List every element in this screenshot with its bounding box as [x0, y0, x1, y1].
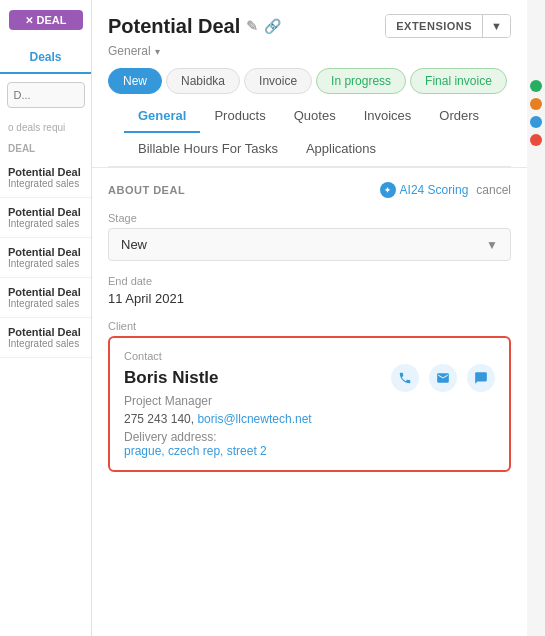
sidebar-tab-deals[interactable]: Deals	[0, 42, 91, 74]
contact-label: Contact	[124, 350, 495, 362]
tab-products[interactable]: Products	[200, 100, 279, 133]
ai-scoring-button[interactable]: ✦ AI24 Scoring	[380, 182, 469, 198]
phone-icon-button[interactable]	[391, 364, 419, 392]
indicator-orange	[530, 98, 542, 110]
nav-tabs-row1: General Products Quotes Invoices Orders	[108, 100, 511, 133]
tab-quotes[interactable]: Quotes	[280, 100, 350, 133]
no-deals-text: o deals requi	[0, 116, 91, 139]
sidebar-item-1[interactable]: Potential Deal Integrated sales	[0, 198, 91, 238]
delivery-value[interactable]: prague, czech rep, street 2	[124, 444, 495, 458]
right-panel	[527, 0, 545, 636]
select-arrow-icon: ▼	[486, 238, 498, 252]
extensions-arrow-icon[interactable]: ▼	[482, 15, 510, 37]
stage-select[interactable]: New ▼	[108, 228, 511, 261]
edit-icon[interactable]: ✎	[246, 18, 258, 34]
sidebar: ✕ DEAL Deals o deals requi DEAL Potentia…	[0, 0, 92, 636]
tab-billable-hours[interactable]: Billable Hours For Tasks	[124, 133, 292, 166]
tab-general[interactable]: General	[124, 100, 200, 133]
main-panel: Potential Deal ✎ 🔗 EXTENSIONS ▼ General …	[92, 0, 527, 636]
stage-field-group: Stage New ▼	[108, 212, 511, 261]
sidebar-item-4[interactable]: Potential Deal Integrated sales	[0, 318, 91, 358]
sidebar-search-input[interactable]	[7, 82, 85, 108]
client-label: Client	[108, 320, 511, 332]
indicator-green	[530, 80, 542, 92]
stage-tab-nabidka[interactable]: Nabidka	[166, 68, 240, 94]
content-area: ABOUT DEAL ✦ AI24 Scoring cancel Stage N…	[92, 168, 527, 500]
contact-name: Boris Nistle	[124, 368, 218, 388]
client-card: Contact Boris Nistle	[108, 336, 511, 472]
stage-tab-inprogress[interactable]: In progress	[316, 68, 406, 94]
stage-tab-finalinvoice[interactable]: Final invoice	[410, 68, 507, 94]
contact-icons	[391, 364, 495, 392]
close-icon[interactable]: ✕	[25, 15, 33, 26]
breadcrumb-arrow-icon: ▾	[155, 46, 160, 57]
contact-header: Boris Nistle	[124, 364, 495, 392]
breadcrumb: General ▾	[108, 44, 511, 58]
tab-applications[interactable]: Applications	[292, 133, 390, 166]
end-date-value: 11 April 2021	[108, 291, 511, 306]
client-field-group: Client Contact Boris Nistle	[108, 320, 511, 472]
indicator-blue	[530, 116, 542, 128]
ai-icon: ✦	[380, 182, 396, 198]
cancel-link[interactable]: cancel	[476, 183, 511, 197]
tab-invoices[interactable]: Invoices	[350, 100, 426, 133]
about-deal-label: ABOUT DEAL	[108, 184, 185, 196]
indicator-red	[530, 134, 542, 146]
delivery-label: Delivery address:	[124, 430, 495, 444]
end-date-label: End date	[108, 275, 511, 287]
header-top: Potential Deal ✎ 🔗 EXTENSIONS ▼	[108, 14, 511, 38]
stage-label: Stage	[108, 212, 511, 224]
nav-tabs-row2: Billable Hours For Tasks Applications	[108, 133, 511, 167]
stage-tab-new[interactable]: New	[108, 68, 162, 94]
link-icon[interactable]: 🔗	[264, 18, 281, 34]
deal-section-label: DEAL	[0, 139, 91, 158]
main-header: Potential Deal ✎ 🔗 EXTENSIONS ▼ General …	[92, 0, 527, 168]
contact-role: Project Manager	[124, 394, 495, 408]
tab-orders[interactable]: Orders	[425, 100, 493, 133]
stage-tabs: New Nabidka Invoice In progress Final in…	[108, 68, 511, 96]
sidebar-list: o deals requi DEAL Potential Deal Integr…	[0, 116, 91, 358]
sidebar-tabs: Deals	[0, 42, 91, 74]
deal-badge[interactable]: ✕ DEAL	[9, 10, 83, 30]
page-title: Potential Deal ✎ 🔗	[108, 15, 281, 38]
deal-badge-label: DEAL	[37, 14, 67, 26]
contact-email-link[interactable]: boris@llcnewtech.net	[197, 412, 311, 426]
contact-info: 275 243 140, boris@llcnewtech.net	[124, 412, 495, 426]
stage-tab-invoice[interactable]: Invoice	[244, 68, 312, 94]
extensions-button[interactable]: EXTENSIONS ▼	[385, 14, 511, 38]
email-icon-button[interactable]	[429, 364, 457, 392]
sidebar-item-0[interactable]: Potential Deal Integrated sales	[0, 158, 91, 198]
end-date-field-group: End date 11 April 2021	[108, 275, 511, 306]
chat-icon-button[interactable]	[467, 364, 495, 392]
about-deal-header: ABOUT DEAL ✦ AI24 Scoring cancel	[108, 182, 511, 198]
sidebar-item-2[interactable]: Potential Deal Integrated sales	[0, 238, 91, 278]
sidebar-item-3[interactable]: Potential Deal Integrated sales	[0, 278, 91, 318]
about-deal-actions: ✦ AI24 Scoring cancel	[380, 182, 511, 198]
